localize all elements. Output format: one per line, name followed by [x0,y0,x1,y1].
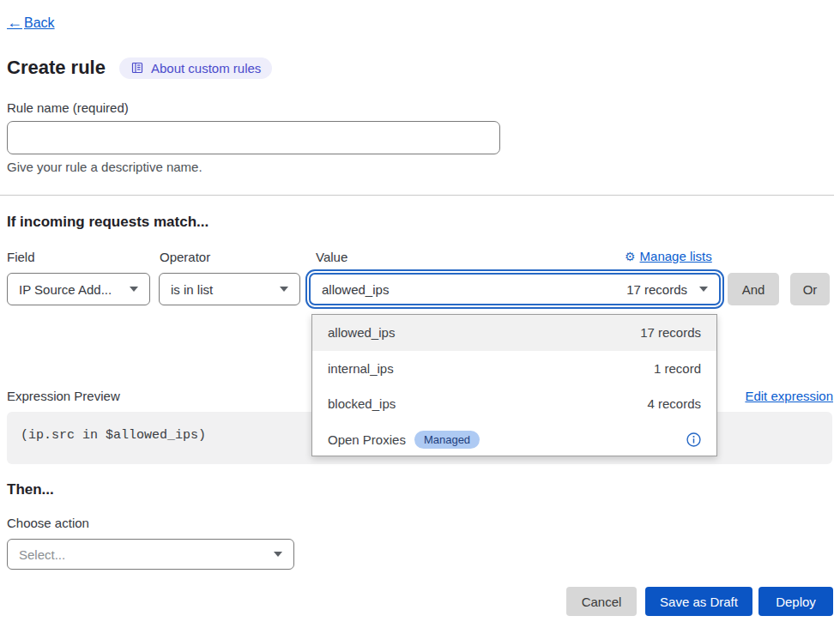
chevron-down-icon [280,287,288,292]
list-record-count: 17 records [640,325,701,340]
value-label: Value [316,250,347,264]
value-select[interactable]: allowed_ips 17 records [309,273,721,305]
about-custom-rules-link[interactable]: About custom rules [119,57,272,79]
or-button[interactable]: Or [790,273,830,305]
action-select[interactable]: Select... [7,539,294,570]
cancel-button[interactable]: Cancel [566,587,637,616]
list-name: allowed_ips [328,325,395,340]
list-name: Open Proxies [328,432,406,447]
save-as-draft-button[interactable]: Save as Draft [645,587,752,616]
rule-name-input[interactable] [7,121,500,154]
deploy-button[interactable]: Deploy [758,587,833,616]
field-select[interactable]: IP Source Add... [7,273,150,305]
operator-select[interactable]: is in list [159,273,300,305]
chevron-down-icon [130,287,138,292]
rule-name-helper-text: Give your rule a descriptive name. [7,160,202,174]
list-name: internal_ips [328,361,394,376]
dropdown-option-open-proxies[interactable]: Open Proxies Managed [312,422,716,458]
field-select-value: IP Source Add... [19,282,112,297]
field-label: Field [7,250,35,264]
managed-badge: Managed [414,431,480,449]
page-title: Create rule [7,57,106,79]
create-rule-page: ←Back Create rule About custom rules Rul… [0,0,840,634]
back-link[interactable]: ←Back [7,14,55,32]
about-custom-rules-label: About custom rules [151,61,261,75]
list-name: blocked_ips [328,396,396,411]
manage-lists-link[interactable]: ⚙ Manage lists [625,249,722,263]
book-icon [130,61,144,75]
manage-lists-label: Manage lists [640,249,712,263]
info-icon[interactable] [686,432,701,447]
edit-expression-link[interactable]: Edit expression [745,389,833,403]
expression-preview-label: Expression Preview [7,389,120,403]
section-divider [0,195,834,196]
choose-action-label: Choose action [7,516,89,530]
value-select-value: allowed_ips [322,282,389,297]
match-section-heading: If incoming requests match... [7,214,208,231]
operator-select-value: is in list [171,282,213,297]
and-button[interactable]: And [728,273,779,305]
list-record-count: 4 records [647,396,701,411]
back-label: Back [24,15,55,31]
dropdown-option-internal-ips[interactable]: internal_ips 1 record [312,351,716,387]
gear-icon: ⚙ [625,250,636,263]
operator-label: Operator [160,250,210,264]
value-dropdown-menu: allowed_ips 17 records internal_ips 1 re… [311,314,717,456]
list-record-count: 1 record [654,361,701,376]
expression-code: (ip.src in $allowed_ips) [21,428,206,443]
value-select-record-count: 17 records [626,282,687,297]
dropdown-option-blocked-ips[interactable]: blocked_ips 4 records [312,386,716,422]
dropdown-option-allowed-ips[interactable]: allowed_ips 17 records [312,315,716,351]
chevron-down-icon [274,552,282,557]
left-arrow-icon: ← [7,14,22,32]
rule-name-label: Rule name (required) [7,100,129,115]
chevron-down-icon [699,287,708,292]
action-select-placeholder: Select... [19,547,65,562]
title-row: Create rule About custom rules [7,57,272,79]
then-section-heading: Then... [7,481,54,498]
